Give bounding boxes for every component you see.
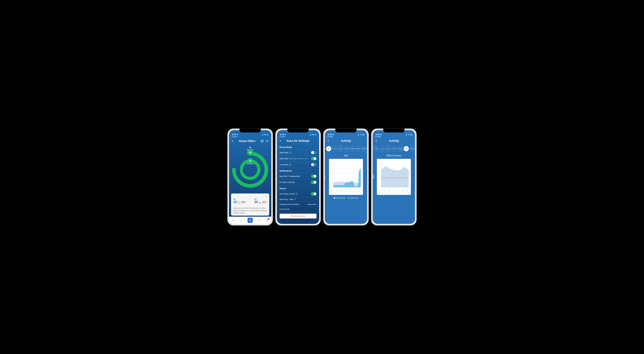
tab-profile-icon[interactable] (240, 218, 243, 222)
row-info[interactable]: Aura Air Info› (277, 207, 319, 212)
page-title: Aura Air Settings (283, 139, 313, 142)
back-button[interactable] (231, 140, 235, 142)
trees-icon (259, 201, 262, 204)
status-icons (262, 134, 269, 136)
svg-text:5: 5 (380, 183, 380, 184)
row-night-mode[interactable]: Night ModeiStart: 23:45 | For: 09.3... (277, 156, 319, 162)
section-device: Device (277, 185, 319, 191)
outdoor-temp: 52° (262, 200, 267, 204)
back-button[interactable] (279, 139, 283, 142)
chip-co[interactable]: CO (380, 146, 385, 151)
search-back[interactable]: ◂ Search (277, 136, 319, 138)
notch (240, 129, 261, 132)
chevron-right-icon: › (316, 198, 316, 201)
chip-co2[interactable]: CO2 (386, 146, 391, 151)
page-title: Home Office (235, 139, 260, 143)
toggle-night[interactable] (311, 157, 316, 160)
tab-notifications-icon[interactable] (257, 218, 261, 222)
svg-text:Saturday: Saturday (340, 189, 343, 192)
notch (288, 129, 309, 132)
svg-text:Wednesday: Wednesday (357, 189, 361, 193)
status-icons (405, 134, 412, 136)
svg-rect-35 (410, 134, 412, 135)
chip-pm25[interactable]: PM2.5 (356, 146, 361, 151)
phone-home: 15:29➤ ◂ Search Home Office Excellent 36… (227, 128, 273, 226)
home-icon (238, 201, 241, 204)
chevron-up-icon[interactable]: ︿ (233, 195, 267, 198)
info-icon[interactable]: i (289, 151, 292, 154)
tab-cart-icon[interactable]: ! (265, 218, 269, 222)
toggle-pre[interactable] (311, 181, 316, 184)
indoor-temp: 64° (242, 200, 246, 204)
info-icon[interactable]: i (290, 157, 292, 160)
toggle-ray[interactable] (311, 175, 316, 178)
svg-text:Monday: Monday (349, 189, 352, 192)
info-icon[interactable]: i (289, 163, 291, 166)
toggle-led[interactable] (311, 192, 316, 196)
svg-text:Tuesday: Tuesday (353, 189, 356, 192)
row-change-name[interactable]: Change Aura Air's NameHome Office (277, 202, 319, 207)
info-icon[interactable]: i (296, 193, 298, 195)
chip-voc[interactable]: VOC (392, 146, 397, 151)
back-button[interactable] (375, 139, 379, 142)
svg-text:Thursday: Thursday (378, 189, 382, 192)
chevron-right-icon: › (316, 208, 316, 210)
chip-hum[interactable]: HUM (410, 146, 415, 151)
y-axis-label: AQI (325, 176, 326, 178)
search-back[interactable]: ◂ Search (325, 136, 367, 138)
status-icons (357, 134, 364, 136)
phone-settings: 15:30➤ ◂ Search Aura Air Settings Device… (275, 128, 321, 226)
row-high-mode[interactable]: High Modei (277, 150, 319, 156)
indoor-aqi-label: AQI (233, 198, 237, 200)
toggle-high[interactable] (311, 151, 316, 154)
svg-text:Sunday: Sunday (392, 189, 395, 192)
status-icons (310, 134, 316, 136)
y-axis-label: ug/m3 (373, 175, 374, 179)
chip-co[interactable]: CO (332, 146, 337, 151)
chip-aqi[interactable]: AQI (374, 146, 379, 151)
tab-bar: ! (229, 217, 271, 224)
remove-button[interactable]: Remove Aura Air (280, 214, 316, 219)
svg-text:25: 25 (380, 167, 380, 168)
time: 15:30 (375, 133, 380, 136)
chip-aqi[interactable]: AQI (326, 146, 331, 151)
chip-pm25[interactable]: PM2.5 (404, 146, 409, 151)
search-back[interactable]: ◂ Search (373, 136, 415, 138)
tab-device-icon[interactable] (248, 218, 253, 223)
aqi-chart: 0255075100125ThursdayFridaySaturdaySunda… (329, 159, 363, 195)
svg-rect-13 (362, 134, 364, 135)
metric-chips: AQICOCO2VOCPM10PM2.5HUM (373, 144, 415, 153)
chart-legend: Outdoor AQI Indoor AQI (325, 195, 367, 201)
chip-pm10[interactable]: PM10 (350, 146, 355, 151)
location-icon: ➤ (332, 133, 334, 136)
row-low-mode[interactable]: Low Modei (277, 162, 319, 168)
inner-aqi-value[interactable]: 10 (247, 158, 253, 164)
tab-home-icon[interactable] (231, 218, 235, 222)
row-led[interactable]: LED Status On/Offi (277, 191, 319, 197)
device-name-value: Home Office (307, 203, 316, 205)
chip-co2[interactable]: CO2 (338, 146, 343, 151)
svg-text:75: 75 (332, 173, 333, 174)
back-button[interactable] (327, 139, 331, 142)
chip-hum[interactable]: HUM (362, 146, 367, 151)
row-reset[interactable]: Reset Ray - Filter ™› (277, 197, 319, 202)
section-notifications: Notifications (277, 168, 319, 173)
chart-title: AQI (325, 154, 367, 157)
row-pre-filter[interactable]: Pre-Filter Cleaning (277, 179, 319, 185)
chip-voc[interactable]: VOC (344, 146, 349, 151)
svg-point-7 (241, 219, 242, 220)
svg-text:0: 0 (332, 187, 333, 188)
chip-pm10[interactable]: PM10 (398, 146, 403, 151)
search-back[interactable]: ◂ Search (229, 136, 271, 138)
toggle-low[interactable] (311, 163, 316, 166)
svg-text:Tuesday: Tuesday (401, 189, 404, 192)
weather-icon (264, 195, 268, 198)
row-ray-filter[interactable]: Ray-Filter™ Replacement (277, 173, 319, 179)
svg-text:Sunday: Sunday (344, 189, 347, 192)
activity-icon[interactable] (260, 139, 264, 143)
settings-icon[interactable] (265, 139, 269, 143)
outer-aqi-value[interactable]: 36 (247, 149, 253, 156)
info-card[interactable]: ︿ AQI10 64° AQI36 52° Amazing news! Both… (231, 193, 269, 216)
svg-text:25: 25 (332, 182, 333, 183)
notch (336, 129, 357, 132)
